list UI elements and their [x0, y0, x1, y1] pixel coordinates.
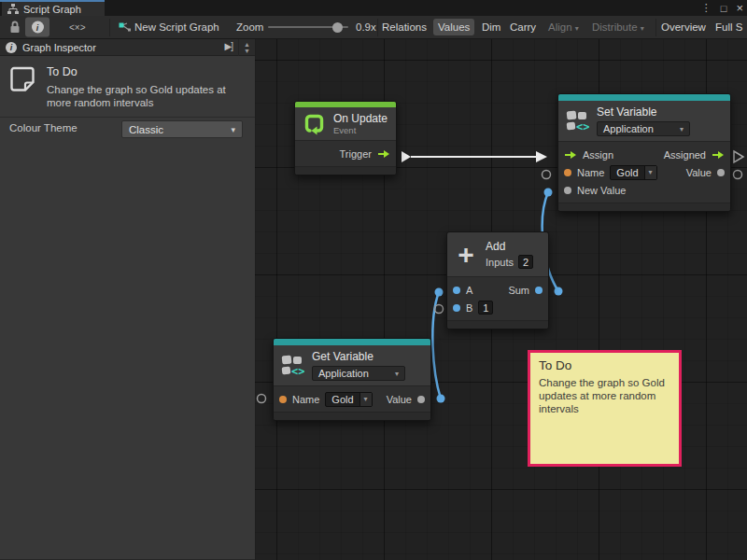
svg-text:<>: <> — [291, 365, 304, 378]
code-view-icon[interactable]: <×> — [69, 22, 86, 33]
tab-script-graph[interactable]: Script Graph — [2, 2, 105, 16]
inspector-header: i Graph Inspector ▶] ▲ ▼ — [0, 39, 255, 56]
name-input-port[interactable] — [564, 169, 571, 176]
sticky-note-title: To Do — [539, 358, 670, 372]
inputs-count-field[interactable]: 2 — [518, 255, 533, 269]
new-script-graph-button[interactable]: New Script Graph — [134, 21, 219, 33]
new-value-input-port[interactable] — [564, 187, 571, 194]
dim-button[interactable]: Dim — [482, 21, 500, 33]
panel-scroll-arrows[interactable]: ▲ ▼ — [238, 39, 255, 56]
assigned-output-port[interactable] — [712, 150, 725, 160]
a-label: A — [466, 285, 472, 296]
variable-scope-dropdown[interactable]: Application ▾ — [312, 366, 405, 381]
b-input-port[interactable] — [453, 304, 460, 312]
new-value-label: New Value — [577, 185, 626, 196]
divider — [0, 117, 255, 118]
colour-theme-label: Colour Theme — [9, 122, 78, 133]
node-on-update[interactable]: On Update Event Trigger — [294, 101, 397, 175]
port-sum-connected[interactable] — [555, 287, 563, 296]
variables-icon: <> — [565, 109, 589, 133]
chevron-down-icon: ▾ — [359, 393, 372, 406]
variable-scope-dropdown[interactable]: Application ▾ — [597, 121, 690, 136]
lock-icon[interactable] — [7, 20, 22, 35]
name-input-port[interactable] — [279, 396, 287, 403]
colour-theme-row: Colour Theme Classic ▾ — [0, 119, 255, 140]
fullscreen-button[interactable]: Full S — [715, 21, 742, 33]
a-input-port[interactable] — [453, 287, 460, 294]
inspector-toggle-button[interactable]: i — [25, 18, 49, 37]
port-getvalue-connected[interactable] — [437, 395, 445, 403]
node-add[interactable]: + Add Inputs 2 A Sum B 1 — [446, 231, 549, 329]
colour-theme-value: Classic — [129, 124, 163, 135]
menu-icon[interactable]: ⋮ — [701, 2, 712, 14]
variable-colorbar — [558, 94, 730, 101]
sticky-note-text: Change the graph so Gold updates at more… — [539, 376, 665, 415]
port-getvar-name-unconnected[interactable] — [258, 395, 266, 403]
b-label: B — [466, 302, 472, 314]
port-b-unconnected[interactable] — [435, 305, 444, 314]
maximize-icon[interactable]: □ — [721, 3, 727, 14]
assigned-label: Assigned — [664, 149, 706, 161]
svg-text:<>: <> — [576, 120, 589, 133]
node-footer — [295, 166, 396, 175]
name-value-dropdown[interactable]: Gold ▾ — [610, 165, 656, 180]
graph-canvas[interactable]: On Update Event Trigger <> — [255, 39, 747, 560]
inspector-title: Graph Inspector — [22, 42, 96, 53]
scroll-up-icon[interactable]: ▲ — [244, 41, 250, 48]
relations-button[interactable]: Relations — [382, 21, 427, 33]
graph-inspector-panel: i Graph Inspector ▶] ▲ ▼ To Do Change th… — [0, 39, 255, 560]
value-wire-getvalue-to-a[interactable] — [432, 292, 441, 399]
carry-button[interactable]: Carry — [510, 21, 536, 33]
close-icon[interactable]: × — [736, 1, 743, 15]
sum-label: Sum — [508, 285, 529, 296]
chevron-down-icon: ▾ — [644, 166, 656, 179]
inputs-label: Inputs — [486, 257, 514, 268]
colour-theme-dropdown[interactable]: Classic ▾ — [121, 120, 243, 138]
values-button[interactable]: Values — [433, 19, 474, 35]
zoom-slider-handle[interactable] — [332, 22, 343, 33]
variable-colorbar — [274, 339, 430, 345]
node-get-variable[interactable]: <> Get Variable Application ▾ Name Gold … — [273, 338, 431, 421]
scope-value: Application — [318, 368, 369, 379]
info-icon: i — [6, 42, 17, 53]
toolbar-separator — [109, 19, 110, 36]
distribute-button[interactable]: Distribute ▾ — [592, 21, 644, 33]
chevron-down-icon: ▾ — [395, 370, 399, 378]
sum-output-port[interactable] — [535, 287, 543, 294]
align-button[interactable]: Align ▾ — [548, 21, 579, 33]
b-value-field[interactable]: 1 — [478, 301, 493, 315]
value-output-port[interactable] — [417, 396, 425, 403]
port-a-connected[interactable] — [435, 288, 444, 297]
value-label: Value — [686, 167, 712, 178]
chevron-down-icon: ▾ — [641, 24, 644, 33]
chevron-down-icon: ▾ — [231, 125, 235, 134]
name-value-dropdown[interactable]: Gold ▾ — [325, 392, 372, 407]
port-setvar-name-unconnected[interactable] — [543, 171, 551, 179]
variables-icon: <> — [280, 354, 304, 378]
name-value: Gold — [326, 393, 359, 406]
assign-input-port[interactable] — [564, 150, 577, 160]
toolbar-separator — [377, 19, 378, 36]
scope-value: Application — [603, 123, 654, 134]
new-graph-icon — [119, 21, 131, 33]
node-footer — [274, 412, 430, 420]
port-setvar-value-unconnected[interactable] — [734, 171, 742, 179]
script-graph-icon — [7, 4, 19, 15]
distribute-label: Distribute — [592, 21, 638, 33]
assign-label: Assign — [583, 149, 613, 161]
port-assigned-unconnected[interactable] — [734, 151, 743, 162]
node-set-variable[interactable]: <> Set Variable Application ▾ Assign Ass… — [557, 93, 731, 212]
trigger-output-port[interactable] — [377, 149, 390, 159]
control-wire-end-arrow — [536, 151, 547, 162]
scroll-down-icon[interactable]: ▼ — [244, 48, 250, 54]
todo-summary: To Do Change the graph so Gold updates a… — [0, 56, 255, 117]
port-newvalue-connected[interactable] — [544, 189, 553, 197]
node-subtitle: Event — [333, 125, 388, 135]
sticky-note[interactable]: To Do Change the graph so Gold updates a… — [528, 350, 682, 467]
overview-button[interactable]: Overview — [661, 21, 706, 33]
trigger-port-label: Trigger — [340, 148, 372, 160]
dock-panel-icon[interactable]: ▶] — [225, 41, 233, 51]
node-title: On Update — [333, 112, 388, 125]
value-output-port[interactable] — [717, 169, 725, 176]
node-title: Get Variable — [312, 350, 405, 363]
